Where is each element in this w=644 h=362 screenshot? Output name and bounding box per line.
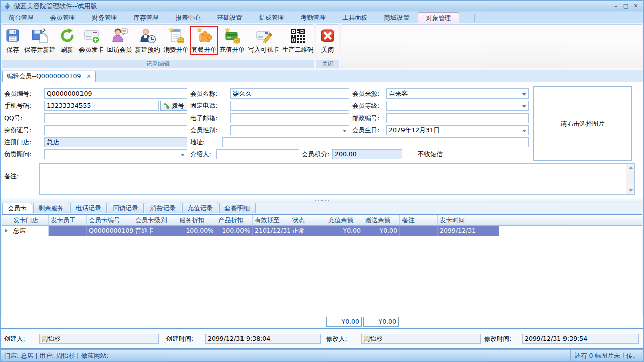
- menu-tab-attendance[interactable]: 考勤管理: [292, 12, 334, 23]
- cell-issue-staff[interactable]: [49, 226, 87, 236]
- menu-tab-tools[interactable]: 工具面板: [334, 12, 376, 23]
- menu-tab-commission[interactable]: 提成管理: [251, 12, 292, 23]
- total-gift-balance: ¥0.00: [363, 317, 399, 327]
- document-tab-edit-member[interactable]: 编辑会员--Q0000000109 ✕: [2, 71, 96, 82]
- cell-recharge-balance[interactable]: ¥0.00: [326, 226, 363, 236]
- column-header[interactable]: 备注: [400, 215, 438, 225]
- restore-button[interactable]: □: [621, 2, 631, 10]
- menu-tab-reports[interactable]: 报表中心: [167, 12, 209, 23]
- menu-tab-finance[interactable]: 财务管理: [84, 12, 125, 23]
- menu-tab-inventory[interactable]: 库存管理: [125, 12, 167, 23]
- member-no-input[interactable]: Q0000000109: [44, 88, 187, 99]
- member-name-input[interactable]: 柒久久: [230, 88, 349, 99]
- mobile-input[interactable]: 13233334555: [44, 101, 159, 111]
- column-header[interactable]: 发卡员工: [49, 215, 87, 225]
- cell-card-level[interactable]: 普通卡: [133, 226, 177, 236]
- member-name-label: 会员名称:: [190, 88, 217, 99]
- save-button[interactable]: 保存: [3, 26, 23, 55]
- recharge-bill-button[interactable]: 充值开单: [218, 26, 247, 55]
- issue-card-button[interactable]: 会员发卡: [77, 26, 106, 55]
- tab-remaining-services[interactable]: 剩余服务: [33, 203, 69, 213]
- menu-tab-object-management[interactable]: 对象管理: [418, 12, 459, 23]
- dial-button[interactable]: 拨号: [160, 101, 187, 111]
- chevron-down-icon[interactable]: [343, 130, 347, 132]
- fixed-phone-input[interactable]: [230, 101, 349, 111]
- cell-gift-balance[interactable]: ¥0.00: [363, 226, 400, 236]
- appointment-icon: [139, 27, 156, 44]
- cell-product-discount[interactable]: 100.00%: [216, 226, 253, 236]
- table-row[interactable]: 总店 Q0000000109 普通卡 100.00% 100.00% 2101/…: [2, 226, 642, 236]
- birthday-combo[interactable]: 2079年12月31日: [386, 125, 529, 135]
- column-header[interactable]: 服务折扣: [177, 215, 216, 225]
- close-tab-button[interactable]: 关闭: [317, 26, 338, 55]
- column-header[interactable]: 发卡时间: [438, 215, 499, 225]
- column-header[interactable]: 产品折扣: [216, 215, 253, 225]
- column-header[interactable]: 有效期至: [253, 215, 290, 225]
- id-card-label: 身份证号:: [4, 125, 31, 135]
- chevron-down-icon[interactable]: [522, 93, 526, 96]
- address-label: 地址:: [190, 137, 205, 147]
- chevron-down-icon[interactable]: [522, 105, 526, 108]
- column-header[interactable]: 充值余额: [326, 215, 363, 225]
- qq-label: QQ号:: [4, 113, 22, 123]
- column-header[interactable]: 发卡门店: [11, 215, 49, 225]
- chevron-down-icon[interactable]: [522, 130, 526, 132]
- splitter-handle[interactable]: [0, 198, 644, 203]
- save-and-new-button[interactable]: 保存并新建: [23, 26, 57, 55]
- tab-visit-records[interactable]: 回访记录: [108, 203, 144, 213]
- member-source-label: 会员来源:: [352, 88, 379, 99]
- memo-scrollbar[interactable]: [626, 164, 634, 194]
- refresh-button[interactable]: 刷新: [57, 26, 77, 55]
- address-input[interactable]: [222, 137, 529, 147]
- tab-consume-records[interactable]: 消费记录: [145, 203, 181, 213]
- cell-service-discount[interactable]: 100.00%: [177, 226, 216, 236]
- postcode-input[interactable]: [386, 113, 529, 123]
- new-appointment-button[interactable]: 新建预约: [134, 26, 162, 55]
- visit-member-button[interactable]: 回访会员: [106, 26, 134, 55]
- tab-call-records[interactable]: 电话记录: [70, 203, 107, 213]
- memo-textarea[interactable]: [39, 163, 635, 195]
- scroll-up-icon[interactable]: [628, 166, 633, 169]
- column-header[interactable]: 赠送余额: [363, 215, 400, 225]
- chevron-down-icon[interactable]: [181, 154, 185, 156]
- cell-valid-until[interactable]: 2101/12/31: [253, 226, 290, 236]
- cell-remark[interactable]: [400, 226, 438, 236]
- minimize-button[interactable]: –: [611, 2, 621, 10]
- menu-tab-members[interactable]: 会员管理: [42, 12, 84, 23]
- cell-status[interactable]: 正常: [290, 226, 326, 236]
- member-source-combo[interactable]: 自来客: [386, 88, 529, 99]
- menu-tab-basic-settings[interactable]: 基础设置: [209, 12, 251, 23]
- write-visual-card-button[interactable]: 写入可视卡: [247, 26, 281, 55]
- cell-issue-store[interactable]: 总店: [11, 226, 49, 236]
- member-level-combo[interactable]: [386, 101, 529, 111]
- tab-package-details[interactable]: 套餐明细: [219, 203, 256, 213]
- no-sms-checkbox[interactable]: [409, 151, 415, 157]
- qq-input[interactable]: [44, 113, 187, 123]
- modify-time-label: 修改时间:: [484, 334, 511, 344]
- column-header[interactable]: 状态: [290, 215, 326, 225]
- menu-tab-front-desk[interactable]: 前台管理: [0, 12, 42, 23]
- consume-bill-button[interactable]: 消费开单: [162, 26, 190, 55]
- menu-tab-mall-settings[interactable]: 商城设置: [376, 12, 418, 23]
- row-indicator-header: [2, 215, 11, 225]
- tab-member-cards[interactable]: 会员卡: [2, 203, 32, 214]
- email-input[interactable]: [230, 113, 349, 123]
- scroll-down-icon[interactable]: [628, 189, 633, 192]
- consultant-combo[interactable]: [44, 149, 187, 159]
- column-header[interactable]: 会员卡级别: [133, 215, 177, 225]
- modifier-value: 周怡杉: [361, 334, 481, 344]
- package-bill-button[interactable]: 套餐开单: [190, 26, 218, 55]
- introducer-input[interactable]: [216, 149, 299, 159]
- tab-recharge-records[interactable]: 充值记录: [182, 203, 218, 213]
- generate-qrcode-button[interactable]: 生产二维码: [281, 26, 315, 55]
- close-window-button[interactable]: ✕: [631, 2, 641, 10]
- document-tab-close-icon[interactable]: ✕: [86, 73, 91, 80]
- gender-combo[interactable]: [230, 125, 349, 135]
- member-photo-box[interactable]: 请右击选择图片: [533, 86, 632, 161]
- write-card-icon: [255, 27, 272, 44]
- id-card-input[interactable]: [44, 125, 187, 135]
- cell-card-no[interactable]: Q0000000109: [87, 226, 133, 236]
- cell-issue-time[interactable]: 2099/12/31: [438, 226, 499, 236]
- divider: [0, 348, 644, 349]
- column-header[interactable]: 会员卡编号: [87, 215, 133, 225]
